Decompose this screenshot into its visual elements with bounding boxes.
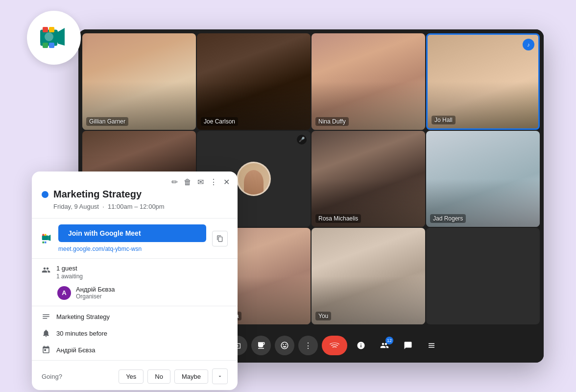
organiser-role: Organiser bbox=[76, 293, 115, 300]
svg-point-8 bbox=[45, 32, 53, 41]
svg-rect-19 bbox=[45, 241, 47, 243]
email-icon[interactable]: ✉ bbox=[197, 177, 204, 187]
chat-button[interactable] bbox=[398, 336, 418, 355]
svg-rect-11 bbox=[49, 27, 54, 32]
edit-icon[interactable]: ✏ bbox=[171, 177, 178, 187]
svg-rect-12 bbox=[43, 43, 48, 48]
participant-name: Rosa Michaelis bbox=[315, 214, 361, 223]
expand-button[interactable] bbox=[212, 368, 228, 384]
more-icon[interactable]: ⋮ bbox=[210, 177, 217, 187]
participant-name: Jo Hall bbox=[432, 116, 456, 124]
participant-name: Joe Carlson bbox=[201, 117, 238, 126]
calendar-icon bbox=[42, 345, 50, 354]
card-header: ✏ 🗑 ✉ ⋮ ✕ bbox=[32, 172, 238, 187]
meet-logo-circle bbox=[27, 11, 81, 65]
reactions-button[interactable] bbox=[275, 336, 294, 355]
participant-name: You bbox=[315, 312, 331, 320]
svg-rect-17 bbox=[45, 234, 47, 236]
organiser-details: Андрій Бєвза Organiser bbox=[76, 286, 115, 300]
reminder-text: 30 minutes before bbox=[56, 330, 107, 337]
activities-button[interactable] bbox=[422, 336, 441, 355]
svg-rect-18 bbox=[42, 241, 44, 243]
table-row bbox=[426, 228, 540, 324]
calendar-owner-row: Андрій Бєвза bbox=[32, 342, 238, 358]
event-datetime: Friday, 9 August · 11:00am – 12:00pm bbox=[32, 202, 238, 216]
calendar-owner-text: Андрій Бєвза bbox=[56, 346, 96, 354]
no-button[interactable]: No bbox=[147, 369, 170, 384]
table-row: ♪ Jo Hall bbox=[426, 33, 540, 130]
maybe-button[interactable]: Maybe bbox=[174, 369, 208, 384]
guest-section: 1 guest 1 awaiting bbox=[32, 261, 238, 284]
table-row: Nina Duffy bbox=[312, 33, 425, 130]
people-button[interactable]: 12 bbox=[375, 336, 394, 355]
svg-rect-14 bbox=[42, 235, 48, 240]
table-row: You bbox=[312, 228, 425, 324]
guests-icon bbox=[42, 266, 50, 274]
more-options-button[interactable]: ⋮ bbox=[298, 336, 318, 355]
table-row: Rosa Michaelis bbox=[312, 131, 425, 227]
organiser-avatar: A bbox=[57, 286, 71, 300]
event-color-dot bbox=[42, 191, 48, 198]
join-meet-section: Join with Google Meet meet.google.com/at… bbox=[32, 220, 238, 256]
event-title-row: Marketing Strategy bbox=[32, 187, 238, 202]
close-icon[interactable]: ✕ bbox=[223, 177, 230, 187]
organiser-row: A Андрій Бєвза Organiser bbox=[32, 284, 238, 304]
svg-marker-15 bbox=[48, 234, 50, 240]
guest-count: 1 guest bbox=[56, 265, 83, 272]
present-button[interactable] bbox=[251, 336, 271, 355]
table-row: Jad Rogers bbox=[426, 131, 540, 227]
going-rsvp-row: Going? Yes No Maybe bbox=[32, 363, 238, 390]
end-call-button[interactable] bbox=[322, 336, 347, 355]
mic-off-icon: 🎤 bbox=[297, 135, 307, 145]
active-speaker-badge: ♪ bbox=[523, 39, 534, 50]
google-meet-logo bbox=[39, 23, 69, 52]
reminder-row: 30 minutes before bbox=[32, 325, 238, 342]
reminder-icon bbox=[42, 329, 50, 338]
divider bbox=[32, 306, 238, 306]
guest-status: 1 awaiting bbox=[56, 273, 83, 280]
copy-link-button[interactable] bbox=[212, 231, 228, 246]
svg-rect-10 bbox=[43, 27, 48, 32]
guest-info: 1 guest 1 awaiting bbox=[56, 265, 83, 280]
description-icon bbox=[42, 312, 50, 321]
divider bbox=[32, 360, 238, 361]
participant-name: Nina Duffy bbox=[315, 117, 349, 126]
divider bbox=[32, 258, 238, 259]
divider bbox=[32, 218, 238, 219]
people-count-badge: 12 bbox=[385, 337, 393, 344]
participant-name: Jad Rogers bbox=[430, 214, 466, 223]
svg-rect-16 bbox=[42, 234, 44, 236]
yes-button[interactable]: Yes bbox=[119, 369, 144, 384]
table-row: Joe Carlson bbox=[197, 33, 311, 130]
delete-icon[interactable]: 🗑 bbox=[184, 178, 192, 187]
participant-name: Gillian Garner bbox=[86, 117, 128, 126]
info-button[interactable] bbox=[351, 336, 371, 355]
meet-link[interactable]: meet.google.com/atq-ybmc-wsn bbox=[58, 245, 206, 252]
svg-marker-9 bbox=[58, 28, 65, 46]
join-meet-button[interactable]: Join with Google Meet bbox=[58, 224, 206, 242]
table-row: Gillian Garner bbox=[82, 33, 196, 130]
going-label: Going? bbox=[42, 373, 115, 380]
calendar-event-card: ✏ 🗑 ✉ ⋮ ✕ Marketing Strategy Friday, 9 A… bbox=[32, 172, 238, 390]
description-row: Marketing Strategy bbox=[32, 308, 238, 325]
event-title: Marketing Strategy bbox=[53, 189, 142, 200]
description-text: Marketing Strategy bbox=[56, 313, 110, 320]
meet-small-icon bbox=[42, 233, 52, 244]
svg-rect-13 bbox=[49, 43, 54, 48]
organiser-name: Андрій Бєвза bbox=[76, 286, 115, 293]
